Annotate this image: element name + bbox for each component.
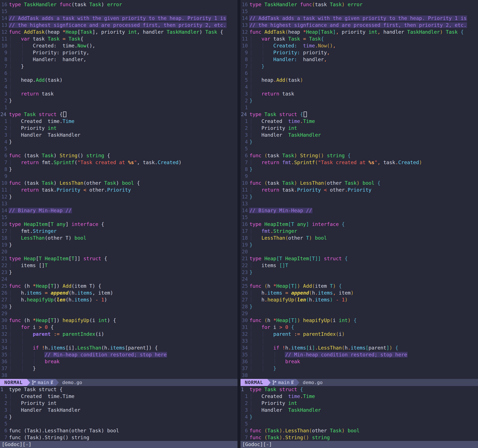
code-line[interactable]: 12func AddTask(heap *Heap[Task], priorit… (0, 29, 238, 35)
code-line[interactable]: 24 (0, 276, 238, 282)
code-line[interactable]: 10func (task Task) LessThan(other Task) … (0, 180, 238, 186)
code-line[interactable]: 27│ h.heapifyUp(len(h.items) - 1) (0, 296, 238, 303)
code-line[interactable]: 38 (240, 372, 478, 379)
code-line[interactable]: 14// Binary Min-Heap // (240, 207, 478, 214)
code-line[interactable]: 5 (0, 420, 238, 427)
code-line[interactable]: 27│ h.heapifyUp(len(h.items) - 1) (240, 296, 478, 303)
code-line[interactable]: 8} (0, 166, 238, 173)
code-window[interactable]: 16type TaskHandler func(task Task) error… (0, 0, 238, 379)
code-line[interactable]: 2│ Priority int (240, 400, 478, 407)
code-line[interactable]: 19} (0, 241, 238, 248)
code-line[interactable]: 30func (h *Heap[T]) heapifyUp(i int) { (0, 317, 238, 324)
code-line[interactable]: 3│ return task (240, 90, 478, 97)
code-line[interactable]: 29 (0, 310, 238, 317)
code-line[interactable]: 12func AddTask(heap *Heap[Task], priorit… (240, 29, 478, 35)
code-line[interactable]: 3│ Handler TaskHandler (0, 407, 238, 413)
cursor-line[interactable]: 24type Task struct { (0, 111, 238, 118)
code-line[interactable]: 14// AddTask adds a task with the given … (0, 15, 238, 22)
code-line[interactable]: 9 (240, 173, 478, 180)
code-line[interactable]: 7func (Task).String() string (240, 434, 478, 441)
code-line[interactable]: 28} (0, 303, 238, 310)
code-line[interactable]: 3│ Handler TaskHandler (240, 407, 478, 413)
code-line[interactable]: 15 (240, 214, 478, 221)
code-line[interactable]: 37│ │ } (0, 365, 238, 372)
code-line[interactable]: 32│ │ parent := parentIndex(i) (240, 331, 478, 338)
code-line[interactable]: 10func (task Task) LessThan(other Task) … (240, 180, 478, 186)
code-line[interactable]: 26│ h.items = append(h.items, item) (240, 289, 478, 296)
code-line[interactable]: 1 (240, 104, 478, 111)
code-line[interactable]: 33│ │ (0, 338, 238, 344)
code-line[interactable]: 5 (240, 145, 478, 152)
code-line[interactable]: 2} (0, 97, 238, 104)
code-line[interactable]: 16type HeapItem[T any] interface { (0, 221, 238, 228)
code-line[interactable]: 8│ │ Handler: handler, (0, 56, 238, 63)
code-line[interactable]: 13// the highest signficance and are pro… (240, 22, 478, 29)
code-line[interactable]: 34│ │ if !h.items[i].LessThan(h.items[pa… (0, 344, 238, 351)
code-line[interactable]: 2} (240, 97, 478, 104)
code-line[interactable]: 7│ return fmt.Sprintf("Task created at %… (0, 159, 238, 166)
code-line[interactable]: 23} (0, 269, 238, 276)
code-line[interactable]: 16type TaskHandler func(task Task) error (0, 1, 238, 8)
code-line[interactable]: 1│ Created time.Time (0, 393, 238, 400)
code-line[interactable]: 17│ fmt.Stringer (240, 228, 478, 234)
code-line[interactable]: 13// the highest signficance and are pro… (0, 22, 238, 29)
code-line[interactable]: 9 (0, 173, 238, 180)
code-line[interactable]: 3│ Handler TaskHandler (0, 132, 238, 138)
cursor-line[interactable]: 24type Task struct { (240, 111, 478, 118)
code-line[interactable]: 8│ │ Handler: handler, (240, 56, 478, 63)
code-line[interactable]: 3│ Handler TaskHandler (240, 132, 478, 138)
code-line[interactable]: 2│ Priority int (0, 125, 238, 132)
code-line[interactable]: 18│ LessThan(other T) bool (240, 234, 478, 241)
code-line[interactable]: 32│ │ parent := parentIndex(i) (0, 331, 238, 338)
code-line[interactable]: 5 (240, 420, 478, 427)
code-line[interactable]: 35│ │ │ // Min-heap condition restored; … (240, 351, 478, 358)
code-line[interactable]: 4} (0, 138, 238, 145)
code-line[interactable]: 11│ var task Task = Task{ (240, 35, 478, 42)
code-line[interactable]: 18│ LessThan(other T) bool (0, 234, 238, 241)
code-line[interactable]: 11│ return task.Priority < other.Priorit… (240, 186, 478, 193)
code-line[interactable]: 6func (task Task) String() string { (240, 152, 478, 159)
code-line[interactable]: 36│ │ │ break (240, 358, 478, 365)
code-line[interactable]: 14// AddTask adds a task with the given … (240, 15, 478, 22)
code-line[interactable]: 33│ │ (240, 338, 478, 344)
code-line[interactable]: 24 (240, 276, 478, 282)
code-line[interactable]: 13 (0, 200, 238, 207)
code-line[interactable]: 8} (240, 166, 478, 173)
code-line[interactable]: 4} (240, 138, 478, 145)
godoc-window[interactable]: 1type Task struct {1│ Created time.Time2… (240, 386, 478, 441)
code-line[interactable]: 1│ Created time.Time (0, 118, 238, 125)
cursor-line[interactable]: 1type Task struct { (240, 386, 478, 393)
code-line[interactable]: 34│ │ if !h.items[i].LessThan(h.items[pa… (240, 344, 478, 351)
code-line[interactable]: 9│ │ Priority: priority, (240, 49, 478, 56)
code-line[interactable]: 6func (Task).LessThan(other Task) bool (0, 427, 238, 434)
window-separator[interactable] (238, 0, 240, 448)
code-line[interactable]: 25func (h *Heap[T]) Add(item T) { (240, 282, 478, 289)
code-line[interactable]: 1 (0, 104, 238, 111)
code-line[interactable]: 2│ Priority int (240, 125, 478, 132)
code-line[interactable]: 19} (240, 241, 478, 248)
code-line[interactable]: 6func (Task).LessThan(other Task) bool (240, 427, 478, 434)
code-line[interactable]: 20 (240, 248, 478, 255)
code-line[interactable]: 7func (Task).String() string (0, 434, 238, 441)
code-line[interactable]: 11│ var task Task = Task{ (0, 35, 238, 42)
code-line[interactable]: 4} (0, 413, 238, 420)
code-line[interactable]: 6│ (240, 70, 478, 77)
code-line[interactable]: 15 (0, 8, 238, 15)
code-line[interactable]: 13 (240, 200, 478, 207)
code-line[interactable]: 29 (240, 310, 478, 317)
code-line[interactable]: 7│ } (240, 63, 478, 70)
code-line[interactable]: 21type Heap[T HeapItem[T]] struct { (240, 255, 478, 262)
code-line[interactable]: 10│ │ Created: time.Now(), (0, 42, 238, 49)
code-line[interactable]: 15 (0, 214, 238, 221)
code-line[interactable]: 14// Binary Min-Heap // (0, 207, 238, 214)
code-line[interactable]: 4} (240, 413, 478, 420)
code-line[interactable]: 31│ for i > 0 { (0, 324, 238, 331)
code-line[interactable]: 5│ heap.Add(task) (240, 77, 478, 83)
code-line[interactable]: 36│ │ │ break (0, 358, 238, 365)
code-line[interactable]: 22│ items []T (240, 262, 478, 269)
code-line[interactable]: 5 (0, 145, 238, 152)
code-line[interactable]: 22│ items []T (0, 262, 238, 269)
code-line[interactable]: 23} (240, 269, 478, 276)
code-line[interactable]: 9│ │ Priority: priority, (0, 49, 238, 56)
code-line[interactable]: 31│ for i > 0 { (240, 324, 478, 331)
